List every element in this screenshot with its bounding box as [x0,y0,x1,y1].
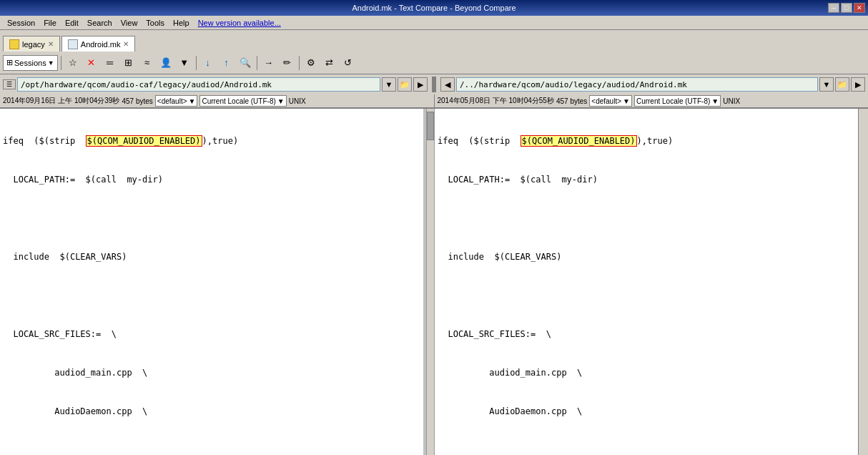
app-window: Android.mk - Text Compare - Beyond Compa… [0,0,868,455]
left-code-area: ifeq ($(strip $(QCOM_AUDIOD_ENABLED)),tr… [0,109,423,455]
menu-session[interactable]: Session [3,17,39,29]
left-encoding-dropdown[interactable]: <default>▼ [155,95,198,107]
right-timestamp: 2014年05月08日 下午 10时04分55秒 [438,96,554,106]
right-path-input[interactable] [456,77,818,92]
left-line-2: LOCAL_PATH:= $(call my-dir) [3,173,420,186]
menu-edit[interactable]: Edit [61,17,83,29]
toolbar-star-btn[interactable]: ☆ [64,54,82,72]
left-line-5 [3,289,420,302]
left-line-3 [3,212,420,225]
path-row: ☰ ▼ 📁 ▶ ◀ ▼ 📁 ▶ [0,74,868,94]
toolbar-grid-btn[interactable]: ⊞ [120,54,137,72]
left-line-9 [3,444,420,455]
right-path-open-btn[interactable]: 📁 [835,77,849,92]
right-path-forward-btn[interactable]: ▶ [851,77,865,92]
left-line-8: AudioDaemon.cpp \ [3,405,420,418]
right-pane-scroll[interactable]: ifeq ($(strip $(QCOM_AUDIOD_ENABLED)),tr… [435,109,858,455]
right-encoding-dropdown[interactable]: <default>▼ [589,95,632,107]
toolbar-edit-btn[interactable]: ✏ [279,54,296,72]
tab-legacy-label: legacy [22,40,45,49]
right-line-5 [438,289,855,302]
toolbar-arrow-btn[interactable]: → [260,54,277,72]
left-size: 457 bytes [122,97,152,105]
sessions-icon: ⊞ [6,58,13,67]
tab-android[interactable]: Android.mk ✕ [61,36,136,52]
toolbar-x-btn[interactable]: ✕ [83,54,100,72]
left-pane-scroll[interactable]: ifeq ($(strip $(QCOM_AUDIOD_ENABLED)),tr… [0,109,423,455]
toolbar-sep-4 [299,56,300,70]
toolbar-sep-2 [196,56,197,70]
left-info-bar: 2014年09月16日 上午 10时04分39秒 457 bytes <defa… [0,94,434,107]
right-eol: UNIX [723,97,740,105]
left-locale-dropdown[interactable]: Current Locale (UTF-8)▼ [199,95,286,107]
minimize-button[interactable]: ─ [828,3,839,13]
right-line-4: include $(CLEAR_VARS) [438,250,855,263]
dual-panes: ifeq ($(strip $(QCOM_AUDIOD_ENABLED)),tr… [0,109,868,455]
left-path-open-btn[interactable]: 📁 [398,77,412,92]
right-path-browse-btn[interactable]: ▼ [819,77,834,92]
toolbar-tilde-btn[interactable]: ≈ [139,54,156,72]
tab-legacy-close[interactable]: ✕ [48,40,54,48]
right-line-3 [438,212,855,225]
right-locale-dropdown[interactable]: Current Locale (UTF-8)▼ [634,95,721,107]
right-line-8: AudioDaemon.cpp \ [438,405,855,418]
right-line-7: audiod_main.cpp \ [438,366,855,379]
right-pane: ifeq ($(strip $(QCOM_AUDIOD_ENABLED)),tr… [435,109,858,455]
left-fold-btn[interactable]: ☰ [3,79,16,89]
left-line-6: LOCAL_SRC_FILES:= \ [3,328,420,341]
title-bar: Android.mk - Text Compare - Beyond Compa… [0,0,868,16]
left-path-nav-btn[interactable]: ▶ [413,77,428,92]
file-icon [68,39,78,49]
left-line-1: ifeq ($(strip $(QCOM_AUDIOD_ENABLED)),tr… [3,134,420,147]
right-line-1: ifeq ($(strip $(QCOM_AUDIOD_ENABLED)),tr… [438,134,855,147]
menu-help[interactable]: Help [169,17,194,29]
maximize-button[interactable]: □ [841,3,852,13]
right-size: 457 bytes [556,97,587,105]
right-scrollbar[interactable] [858,109,868,455]
info-bars: 2014年09月16日 上午 10时04分39秒 457 bytes <defa… [0,94,868,109]
close-button[interactable]: ✕ [854,3,865,13]
toolbar-refresh-btn[interactable]: ↺ [340,54,357,72]
toolbar: ⊞ Sessions ▼ ☆ ✕ ═ ⊞ ≈ 👤 ▼ ↓ ↑ 🔍 → ✏ ⚙ ⇄… [0,52,868,74]
right-line-6: LOCAL_SRC_FILES:= \ [438,328,855,341]
left-timestamp: 2014年09月16日 上午 10时04分39秒 [3,96,119,106]
left-line-4: include $(CLEAR_VARS) [3,250,420,263]
menu-new-version[interactable]: New version available... [194,17,285,29]
toolbar-sep-3 [257,56,257,70]
sessions-label: Sessions [14,59,46,67]
path-divider [432,77,436,92]
toolbar-down-arrow-btn[interactable]: ▼ [176,54,193,72]
right-info-bar: 2014年05月08日 下午 10时04分55秒 457 bytes <defa… [434,94,869,107]
toolbar-sync-btn[interactable]: ⇄ [321,54,338,72]
middle-scroll-thumb[interactable] [427,112,434,140]
toolbar-sep-1 [61,56,61,70]
middle-scrollbar[interactable] [426,109,435,455]
menu-tools[interactable]: Tools [142,17,169,29]
toolbar-user-btn[interactable]: 👤 [157,54,174,72]
toolbar-up-btn[interactable]: ↑ [218,54,235,72]
left-path-browse-btn[interactable]: ▼ [382,77,396,92]
window-title: Android.mk - Text Compare - Beyond Compa… [352,4,516,12]
right-path-nav-btn[interactable]: ◀ [440,77,455,92]
right-code-area: ifeq ($(strip $(QCOM_AUDIOD_ENABLED)),tr… [435,109,858,455]
menu-file[interactable]: File [39,17,61,29]
tab-legacy[interactable]: legacy ✕ [3,36,60,52]
sessions-button[interactable]: ⊞ Sessions ▼ [3,55,58,71]
menu-bar: Session File Edit Search View Tools Help… [0,16,868,30]
tab-android-close[interactable]: ✕ [123,40,129,48]
sessions-arrow-icon: ▼ [48,59,54,67]
toolbar-equal-btn[interactable]: ═ [102,54,119,72]
toolbar-gear-btn[interactable]: ⚙ [302,54,320,72]
tabs-row: legacy ✕ Android.mk ✕ [0,30,868,52]
window-controls: ─ □ ✕ [828,3,865,13]
toolbar-search-btn[interactable]: 🔍 [237,54,254,72]
right-line-2: LOCAL_PATH:= $(call my-dir) [438,173,855,186]
folder-icon [9,39,19,49]
left-eol: UNIX [289,97,306,105]
menu-search[interactable]: Search [83,17,117,29]
toolbar-down-btn[interactable]: ↓ [199,54,217,72]
menu-view[interactable]: View [117,17,142,29]
tab-android-label: Android.mk [81,40,121,49]
left-pane: ifeq ($(strip $(QCOM_AUDIOD_ENABLED)),tr… [0,109,426,455]
left-path-input[interactable] [17,77,380,92]
